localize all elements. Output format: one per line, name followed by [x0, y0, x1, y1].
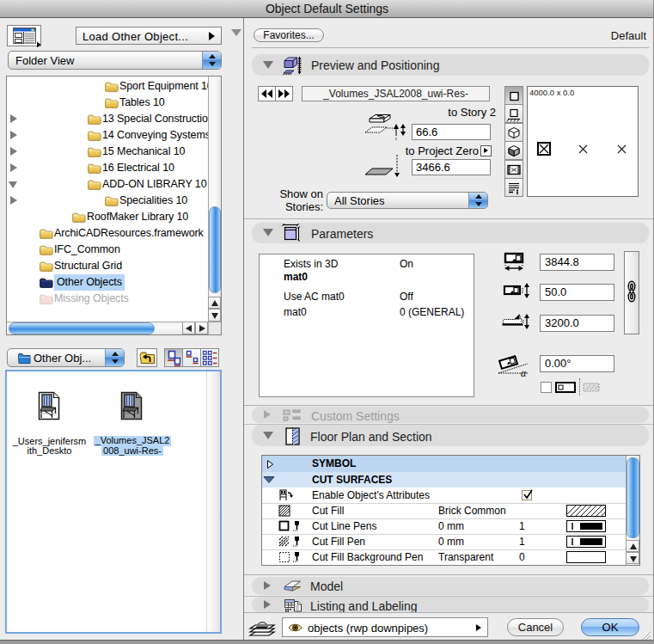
svg-text:α: α — [521, 367, 527, 377]
